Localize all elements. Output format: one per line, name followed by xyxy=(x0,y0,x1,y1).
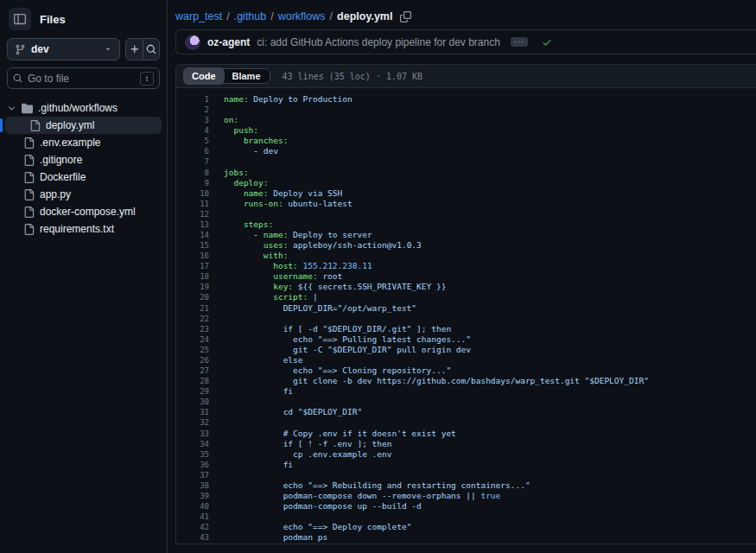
breadcrumb-separator: / xyxy=(326,10,337,22)
line-number[interactable]: 10 xyxy=(176,188,213,199)
code-line: 1name: Deploy to Production xyxy=(176,94,756,105)
copy-path-button[interactable] xyxy=(400,11,411,22)
code-blame-toggle: Code Blame xyxy=(183,68,270,84)
line-number[interactable]: 18 xyxy=(176,271,213,282)
line-number[interactable]: 17 xyxy=(176,261,213,271)
line-number[interactable]: 28 xyxy=(176,376,213,386)
code-line: 43 podman ps xyxy=(176,532,756,543)
go-to-file-input[interactable]: Go to file t xyxy=(7,67,160,89)
code-line: 14 - name: Deploy to server xyxy=(176,230,756,240)
line-number[interactable]: 22 xyxy=(176,314,213,324)
tree-file-.gitignore[interactable]: .gitignore xyxy=(0,151,167,168)
line-number[interactable]: 8 xyxy=(176,168,213,178)
line-number[interactable]: 37 xyxy=(176,470,213,480)
line-number[interactable]: 9 xyxy=(176,178,213,188)
tree-item-label: .gitignore xyxy=(40,154,82,166)
line-number[interactable]: 24 xyxy=(176,334,213,345)
selected-file-indicator xyxy=(0,118,3,132)
line-number[interactable]: 6 xyxy=(176,146,213,156)
line-number[interactable]: 23 xyxy=(176,324,213,334)
line-number[interactable]: 39 xyxy=(176,491,213,501)
add-file-button[interactable] xyxy=(126,39,143,60)
tree-file-docker-compose.yml[interactable]: docker-compose.yml xyxy=(0,203,167,220)
line-number[interactable]: 40 xyxy=(176,501,213,512)
tab-blame[interactable]: Blame xyxy=(224,68,270,84)
collapse-sidebar-button[interactable] xyxy=(9,8,31,30)
tree-item-label: requirements.txt xyxy=(40,223,114,235)
code-line: 15 uses: appleboy/ssh-action@v1.0.3 xyxy=(176,240,756,251)
commit-status-check[interactable] xyxy=(542,37,552,48)
code-line: 39 podman-compose down --remove-orphans … xyxy=(176,491,756,501)
code-panel-header: Code Blame 43 lines (35 loc) · 1.07 KB xyxy=(176,65,756,88)
line-content: host: 155.212.238.11 xyxy=(213,261,372,271)
tree-file-.env.example[interactable]: .env.example xyxy=(0,134,167,151)
line-number[interactable]: 29 xyxy=(176,386,213,397)
line-number[interactable]: 43 xyxy=(176,532,213,543)
line-number[interactable]: 42 xyxy=(176,522,213,532)
line-content: echo "==> Pulling latest changes..." xyxy=(213,334,471,345)
commit-author-avatar[interactable] xyxy=(185,35,200,50)
code-line: 22 xyxy=(176,314,756,324)
line-number[interactable]: 27 xyxy=(176,365,213,376)
line-number[interactable]: 14 xyxy=(176,230,213,240)
line-number[interactable]: 41 xyxy=(176,512,213,522)
code-lines: 1name: Deploy to Production23on:4 push:5… xyxy=(176,88,756,543)
line-content: key: ${{ secrets.SSH_PRIVATE_KEY }} xyxy=(213,282,446,292)
line-number[interactable]: 5 xyxy=(176,136,213,146)
branch-selector[interactable]: dev xyxy=(7,38,120,60)
line-content xyxy=(213,156,224,167)
code-line: 34 if [ ! -f .env ]; then xyxy=(176,439,756,449)
code-line: 38 echo "==> Rebuilding and restarting c… xyxy=(176,480,756,491)
line-number[interactable]: 1 xyxy=(176,94,213,105)
line-number[interactable]: 11 xyxy=(176,199,213,209)
tab-code[interactable]: Code xyxy=(183,67,225,85)
line-number[interactable]: 38 xyxy=(176,480,213,491)
file-icon xyxy=(29,120,41,131)
code-line: 4 push: xyxy=(176,125,756,136)
line-content: echo "==> Cloning repository..." xyxy=(213,365,451,376)
tree-file-requirements.txt[interactable]: requirements.txt xyxy=(0,220,167,238)
line-number[interactable]: 7 xyxy=(176,156,213,167)
line-content: steps: xyxy=(213,219,273,230)
line-content: fi xyxy=(213,460,293,470)
line-number[interactable]: 16 xyxy=(176,251,213,261)
line-number[interactable]: 20 xyxy=(176,292,213,302)
code-line: 23 if [ -d "$DEPLOY_DIR/.git" ]; then xyxy=(176,324,756,334)
tree-file-deploy.yml[interactable]: deploy.yml xyxy=(0,117,167,134)
line-content xyxy=(213,417,224,428)
code-line: 36 fi xyxy=(176,460,756,470)
code-line: 10 name: Deploy via SSH xyxy=(176,188,756,199)
line-number[interactable]: 3 xyxy=(176,115,213,125)
commit-author[interactable]: oz-agent xyxy=(207,36,250,48)
line-number[interactable]: 21 xyxy=(176,303,213,314)
search-icon xyxy=(13,73,22,83)
commit-message[interactable]: ci: add GitHub Actions deploy pipeline f… xyxy=(257,36,500,48)
line-number[interactable]: 34 xyxy=(176,439,213,449)
tree-file-app.py[interactable]: app.py xyxy=(0,186,167,203)
line-number[interactable]: 2 xyxy=(176,105,213,115)
line-number[interactable]: 25 xyxy=(176,345,213,355)
code-line: 18 username: root xyxy=(176,271,756,282)
search-tree-button[interactable] xyxy=(143,39,159,60)
line-number[interactable]: 12 xyxy=(176,209,213,219)
tree-file-Dockerfile[interactable]: Dockerfile xyxy=(0,168,167,186)
line-number[interactable]: 4 xyxy=(176,125,213,136)
breadcrumb-dir-link[interactable]: .github xyxy=(234,10,267,22)
code-line: 7 xyxy=(176,156,756,167)
commit-ellipsis-button[interactable]: ··· xyxy=(511,37,528,47)
tree-folder-.github/workflows[interactable]: .github/workflows xyxy=(0,99,167,117)
line-number[interactable]: 13 xyxy=(176,219,213,230)
line-number[interactable]: 36 xyxy=(176,460,213,470)
line-number[interactable]: 33 xyxy=(176,429,213,439)
line-number[interactable]: 35 xyxy=(176,449,213,460)
line-number[interactable]: 31 xyxy=(176,407,213,417)
line-number[interactable]: 32 xyxy=(176,417,213,428)
file-icon xyxy=(23,189,35,200)
line-number[interactable]: 15 xyxy=(176,240,213,251)
breadcrumb-dir-link[interactable]: workflows xyxy=(278,10,326,22)
line-number[interactable]: 26 xyxy=(176,355,213,365)
breadcrumb-repo-link[interactable]: warp_test xyxy=(175,10,222,22)
line-number[interactable]: 19 xyxy=(176,282,213,292)
line-number[interactable]: 30 xyxy=(176,397,213,407)
line-content xyxy=(213,105,224,115)
